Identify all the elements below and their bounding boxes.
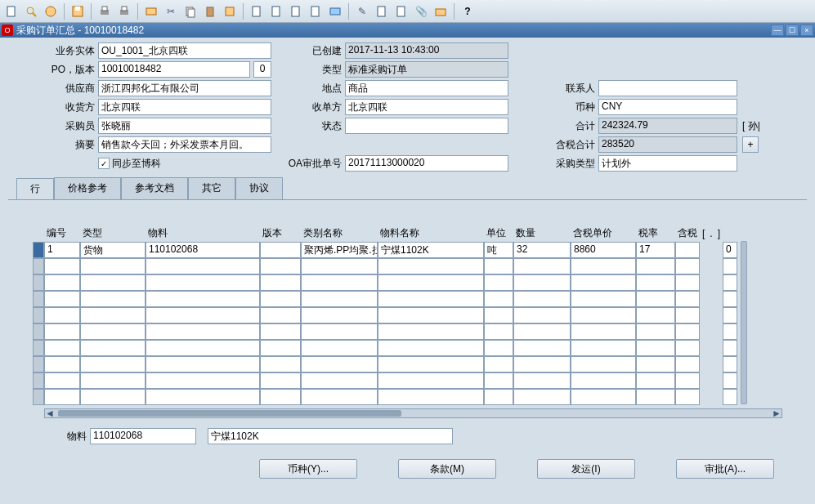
cell-num[interactable] [44,274,80,291]
maximize-button[interactable]: ☐ [786,25,799,36]
cell-item[interactable] [146,389,260,405]
cell-uom[interactable] [484,291,513,307]
cell-flex[interactable] [723,274,737,291]
toolbar-pencil-icon[interactable]: ✎ [354,3,370,20]
oa-field[interactable]: 20171113000020 [345,155,508,172]
cell-qty[interactable] [513,356,571,372]
cell-rev[interactable] [260,340,301,356]
cell-type[interactable] [80,291,146,307]
cell-tax[interactable] [636,389,675,405]
cell-price[interactable] [571,389,636,405]
cell-qty[interactable] [513,307,571,323]
cell-price[interactable] [571,274,636,291]
vertical-scrollbar[interactable] [741,241,747,404]
item-desc-field[interactable]: 宁煤1102K [208,428,453,444]
row-handle[interactable] [33,307,44,323]
toolbar-print-icon[interactable] [96,3,113,20]
cell-item[interactable] [146,307,260,323]
cell-amt[interactable] [675,323,700,340]
scroll-left-arrow[interactable]: ◄ [45,409,55,417]
currency-field[interactable]: CNY [598,99,737,115]
cell-cat[interactable] [301,274,378,291]
row-handle[interactable] [33,372,44,389]
cell-qty[interactable] [513,372,571,389]
shipto-field[interactable]: 北京四联 [98,99,271,115]
tab-price-ref[interactable]: 价格参考 [54,177,121,199]
row-handle[interactable] [33,323,44,340]
cell-price[interactable] [571,307,636,323]
cell-flex[interactable] [723,340,737,356]
cell-item[interactable] [146,372,260,389]
cell-rev[interactable] [260,372,301,389]
cell-uom[interactable] [484,340,513,356]
row-handle[interactable] [33,291,44,307]
cell-qty[interactable] [513,340,571,356]
cell-amt[interactable] [675,242,700,258]
toolbar-folder-icon[interactable] [432,3,449,20]
cell-desc[interactable] [378,258,484,274]
cell-uom[interactable]: 吨 [484,242,513,258]
cell-desc[interactable]: 宁煤1102K [378,242,484,258]
cell-item[interactable] [146,340,260,356]
tab-ref-docs[interactable]: 参考文档 [121,177,188,199]
toolbar-copy-icon[interactable] [182,3,199,20]
item-code-field[interactable]: 110102068 [90,428,196,444]
cell-type[interactable] [80,389,146,405]
cell-amt[interactable] [675,356,700,372]
cell-qty[interactable] [513,389,571,405]
toolbar-card-icon[interactable] [327,3,343,20]
toolbar-compass-icon[interactable] [43,3,59,20]
cell-num[interactable] [44,323,80,340]
scroll-right-arrow[interactable]: ► [772,409,781,417]
cell-num[interactable] [44,258,80,274]
toolbar-help-icon[interactable]: ? [459,3,476,20]
cell-num[interactable] [44,340,80,356]
toolbar-find-icon[interactable] [23,3,39,20]
status-field[interactable] [345,118,508,134]
cell-cat[interactable] [301,356,378,372]
cell-amt[interactable] [675,258,700,274]
cell-rev[interactable] [260,356,301,372]
cell-flex[interactable] [723,258,737,274]
cell-flex[interactable] [723,389,737,405]
cell-flex[interactable] [723,372,737,389]
cell-type[interactable] [80,340,146,356]
cell-flex[interactable]: 0 [723,242,737,258]
cell-tax[interactable] [636,274,675,291]
cell-desc[interactable] [378,323,484,340]
cell-tax[interactable] [636,356,675,372]
cell-tax[interactable] [636,372,675,389]
cell-type[interactable]: 货物 [80,242,146,258]
cell-rev[interactable] [260,242,301,258]
contact-field[interactable] [598,80,737,96]
cell-price[interactable]: 8860 [571,242,636,258]
minimize-button[interactable]: — [771,25,784,36]
toolbar-cut-icon[interactable]: ✂ [163,3,179,20]
cell-rev[interactable] [260,389,301,405]
cell-qty[interactable] [513,274,571,291]
cell-tax[interactable] [636,307,675,323]
cell-flex[interactable] [723,323,737,340]
tab-agreement[interactable]: 协议 [235,177,283,199]
cell-qty[interactable]: 32 [513,242,571,258]
cell-uom[interactable] [484,372,513,389]
scroll-thumb[interactable] [58,410,401,417]
cell-num[interactable]: 1 [44,242,80,258]
cell-type[interactable] [80,323,146,340]
cell-tax[interactable] [636,258,675,274]
po-rev-field[interactable]: 0 [253,61,271,78]
po-number-field[interactable]: 10010018482 [98,61,250,78]
cell-amt[interactable] [675,389,700,405]
cell-cat[interactable] [301,291,378,307]
cell-desc[interactable] [378,356,484,372]
tab-other[interactable]: 其它 [188,177,235,199]
cell-qty[interactable] [513,323,571,340]
toolbar-attach-icon[interactable]: 📎 [413,3,429,20]
cell-price[interactable] [571,258,636,274]
cell-item[interactable] [146,356,260,372]
cell-price[interactable] [571,356,636,372]
cell-cat[interactable] [301,340,378,356]
toolbar-doc3-icon[interactable] [268,3,284,20]
cell-num[interactable] [44,291,80,307]
cell-price[interactable] [571,340,636,356]
